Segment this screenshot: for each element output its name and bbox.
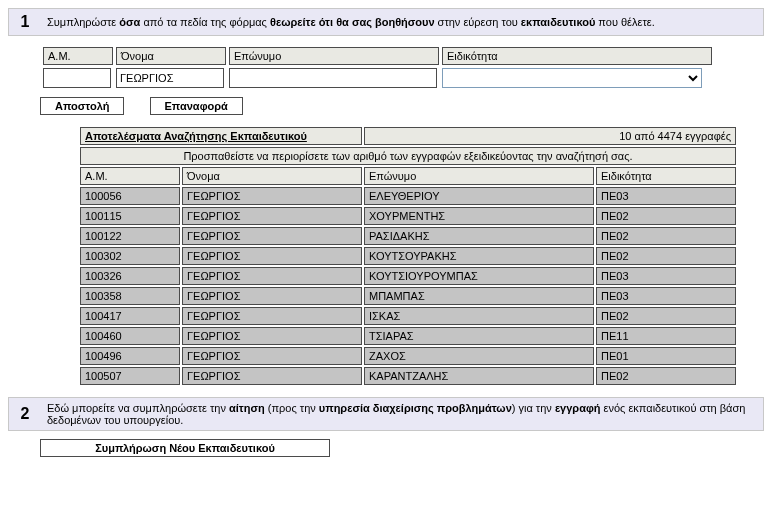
- col-am: Α.Μ.: [80, 167, 180, 185]
- cell-am: 100417: [80, 307, 180, 325]
- cell-surname: ΜΠΑΜΠΑΣ: [364, 287, 594, 305]
- cell-spec: ΠΕ03: [596, 267, 736, 285]
- new-teacher-button[interactable]: Συμπλήρωση Νέου Εκπαιδευτικού: [40, 439, 330, 457]
- spec-select[interactable]: [442, 68, 702, 88]
- cell-am: 100358: [80, 287, 180, 305]
- cell-spec: ΠΕ01: [596, 347, 736, 365]
- col-spec: Ειδικότητα: [596, 167, 736, 185]
- cell-name: ΓΕΩΡΓΙΟΣ: [182, 327, 362, 345]
- cell-am: 100507: [80, 367, 180, 385]
- table-row[interactable]: 100122ΓΕΩΡΓΙΟΣΡΑΣΙΔΑΚΗΣΠΕ02: [80, 227, 736, 245]
- header-name: Όνομα: [116, 47, 226, 65]
- cell-surname: ΡΑΣΙΔΑΚΗΣ: [364, 227, 594, 245]
- results-table: Αποτελέσματα Αναζήτησης Εκπαιδευτικού 10…: [78, 125, 738, 387]
- cell-name: ΓΕΩΡΓΙΟΣ: [182, 247, 362, 265]
- cell-name: ΓΕΩΡΓΙΟΣ: [182, 227, 362, 245]
- cell-surname: ΧΟΥΡΜΕΝΤΗΣ: [364, 207, 594, 225]
- step-2-banner: 2 Εδώ μπορείτε να συμπληρώσετε την αίτησ…: [8, 397, 764, 431]
- step-1-text: Συμπληρώστε όσα από τα πεδία της φόρμας …: [41, 12, 661, 32]
- table-row[interactable]: 100115ΓΕΩΡΓΙΟΣΧΟΥΡΜΕΝΤΗΣΠΕ02: [80, 207, 736, 225]
- results-hint: Προσπαθείστε να περιορίσετε των αριθμό τ…: [80, 147, 736, 165]
- results: Αποτελέσματα Αναζήτησης Εκπαιδευτικού 10…: [78, 125, 764, 387]
- cell-spec: ΠΕ11: [596, 327, 736, 345]
- cell-name: ΓΕΩΡΓΙΟΣ: [182, 187, 362, 205]
- results-title: Αποτελέσματα Αναζήτησης Εκπαιδευτικού: [80, 127, 362, 145]
- cell-name: ΓΕΩΡΓΙΟΣ: [182, 287, 362, 305]
- table-row[interactable]: 100417ΓΕΩΡΓΙΟΣΙΣΚΑΣΠΕ02: [80, 307, 736, 325]
- cell-am: 100326: [80, 267, 180, 285]
- cell-am: 100496: [80, 347, 180, 365]
- table-row[interactable]: 100326ΓΕΩΡΓΙΟΣΚΟΥΤΣΙΟΥΡΟΥΜΠΑΣΠΕ03: [80, 267, 736, 285]
- table-row[interactable]: 100496ΓΕΩΡΓΙΟΣΖΑΧΟΣΠΕ01: [80, 347, 736, 365]
- cell-surname: ΕΛΕΥΘΕΡΙΟΥ: [364, 187, 594, 205]
- surname-input[interactable]: [229, 68, 437, 88]
- table-row[interactable]: 100460ΓΕΩΡΓΙΟΣΤΣΙΑΡΑΣΠΕ11: [80, 327, 736, 345]
- cell-spec: ΠΕ02: [596, 227, 736, 245]
- cell-name: ΓΕΩΡΓΙΟΣ: [182, 207, 362, 225]
- results-count: 10 από 4474 εγγραφές: [364, 127, 736, 145]
- step-number: 1: [9, 9, 41, 35]
- cell-am: 100056: [80, 187, 180, 205]
- header-spec: Ειδικότητα: [442, 47, 712, 65]
- cell-name: ΓΕΩΡΓΙΟΣ: [182, 307, 362, 325]
- cell-am: 100302: [80, 247, 180, 265]
- cell-spec: ΠΕ03: [596, 287, 736, 305]
- cell-am: 100115: [80, 207, 180, 225]
- cell-am: 100460: [80, 327, 180, 345]
- header-am: Α.Μ.: [43, 47, 113, 65]
- table-row[interactable]: 100302ΓΕΩΡΓΙΟΣΚΟΥΤΣΟΥΡΑΚΗΣΠΕ02: [80, 247, 736, 265]
- step-1-banner: 1 Συμπληρώστε όσα από τα πεδία της φόρμα…: [8, 8, 764, 36]
- cell-surname: ΙΣΚΑΣ: [364, 307, 594, 325]
- submit-button[interactable]: Αποστολή: [40, 97, 124, 115]
- cell-surname: ΚΑΡΑΝΤΖΑΛΗΣ: [364, 367, 594, 385]
- name-input[interactable]: [116, 68, 224, 88]
- col-name: Όνομα: [182, 167, 362, 185]
- cell-surname: ΚΟΥΤΣΙΟΥΡΟΥΜΠΑΣ: [364, 267, 594, 285]
- cell-name: ΓΕΩΡΓΙΟΣ: [182, 267, 362, 285]
- step-2-text: Εδώ μπορείτε να συμπληρώσετε την αίτηση …: [41, 398, 763, 430]
- cell-am: 100122: [80, 227, 180, 245]
- cell-surname: ΤΣΙΑΡΑΣ: [364, 327, 594, 345]
- table-row[interactable]: 100507ΓΕΩΡΓΙΟΣΚΑΡΑΝΤΖΑΛΗΣΠΕ02: [80, 367, 736, 385]
- cell-spec: ΠΕ03: [596, 187, 736, 205]
- cell-name: ΓΕΩΡΓΙΟΣ: [182, 347, 362, 365]
- header-surname: Επώνυμο: [229, 47, 439, 65]
- cell-surname: ΚΟΥΤΣΟΥΡΑΚΗΣ: [364, 247, 594, 265]
- reset-button[interactable]: Επαναφορά: [150, 97, 243, 115]
- cell-spec: ΠΕ02: [596, 247, 736, 265]
- cell-spec: ΠΕ02: [596, 207, 736, 225]
- am-input[interactable]: [43, 68, 111, 88]
- form-buttons: Αποστολή Επαναφορά: [40, 97, 764, 115]
- col-surname: Επώνυμο: [364, 167, 594, 185]
- cell-name: ΓΕΩΡΓΙΟΣ: [182, 367, 362, 385]
- cell-surname: ΖΑΧΟΣ: [364, 347, 594, 365]
- cell-spec: ΠΕ02: [596, 367, 736, 385]
- step-number: 2: [9, 401, 41, 427]
- cell-spec: ΠΕ02: [596, 307, 736, 325]
- table-row[interactable]: 100358ΓΕΩΡΓΙΟΣΜΠΑΜΠΑΣΠΕ03: [80, 287, 736, 305]
- table-row[interactable]: 100056ΓΕΩΡΓΙΟΣΕΛΕΥΘΕΡΙΟΥΠΕ03: [80, 187, 736, 205]
- search-form: Α.Μ. Όνομα Επώνυμο Ειδικότητα: [40, 44, 715, 91]
